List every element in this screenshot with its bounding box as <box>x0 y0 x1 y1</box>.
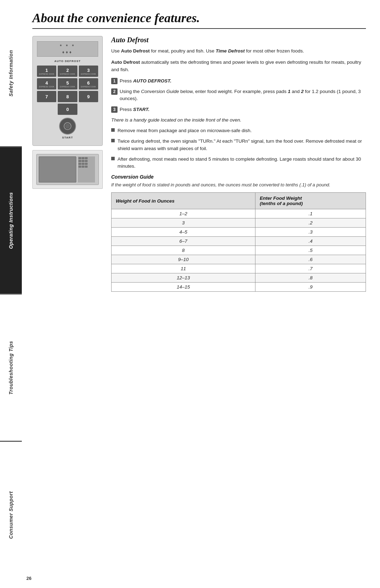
key-5[interactable]: 5 EXPRESS COOK <box>58 78 77 89</box>
sidebar-section-operating[interactable]: Operating Instructions <box>0 147 22 295</box>
cell-tenths: .4 <box>255 237 366 246</box>
bullet-1: Remove meat from package and place on mi… <box>111 127 366 134</box>
step-2-number: 2 <box>111 88 118 95</box>
page-number: 26 <box>26 576 31 581</box>
intro-paragraph-1: Use Auto Defrost for meat, poultry and f… <box>111 48 366 55</box>
step-3-number: 3 <box>111 106 118 113</box>
cell-ounces: 9–10 <box>112 255 255 264</box>
table-row: 12–13.8 <box>112 273 366 283</box>
sidebar-section-troubleshooting[interactable]: Troubleshooting Tips <box>0 295 22 442</box>
cell-tenths: .1 <box>255 209 366 218</box>
key-6[interactable]: 6 EXPRESS COOK <box>79 78 98 89</box>
table-row: 9–10.6 <box>112 255 366 264</box>
col-header-ounces: Weight of Food in Ounces <box>112 193 255 209</box>
keypad-row-1: 1 EXPRESS COOK 2 EXPRESS COOK 3 EXPRESS … <box>37 66 98 77</box>
key-9[interactable]: 9 <box>79 91 98 102</box>
step-2: 2 Using the Conversion Guide below, ente… <box>111 88 366 103</box>
keypad-stars: * * * <box>60 43 75 49</box>
italic-note: There is a handy guide located on the in… <box>111 117 366 124</box>
cell-tenths: .9 <box>255 283 366 292</box>
bullet-text-1: Remove meat from package and place on mi… <box>118 127 252 134</box>
main-content: About the convenience features. * * * ♦♦… <box>22 0 380 588</box>
bullet-square-2 <box>111 139 115 142</box>
content-row: * * * ♦♦♦ AUTO DEFROST 1 EXPRESS COOK 2 … <box>32 36 366 292</box>
left-panel: * * * ♦♦♦ AUTO DEFROST 1 EXPRESS COOK 2 … <box>32 36 103 189</box>
sidebar-section-safety[interactable]: Safety Information <box>0 0 22 147</box>
cell-ounces: 1–2 <box>112 209 255 218</box>
conversion-guide-note: If the weight of food is stated in pound… <box>111 182 366 188</box>
key-7[interactable]: 7 <box>37 91 56 102</box>
cell-ounces: 12–13 <box>112 273 255 283</box>
key-1[interactable]: 1 EXPRESS COOK <box>37 66 56 77</box>
bullet-square-1 <box>111 128 115 132</box>
cell-ounces: 11 <box>112 264 255 273</box>
table-row: 14–15.9 <box>112 283 366 292</box>
keypad-display: * * * ♦♦♦ <box>37 41 98 57</box>
microwave-panel <box>78 156 95 182</box>
cell-tenths: .3 <box>255 228 366 237</box>
step-3-text: Press START. <box>120 106 150 113</box>
keypad-auto-defrost-label: AUTO DEFROST <box>37 60 98 63</box>
microwave-illustration: Guide <box>32 150 103 189</box>
key-start-button[interactable] <box>59 118 76 135</box>
conversion-table: Weight of Food in Ounces Enter Food Weig… <box>111 192 366 292</box>
microwave-door <box>39 156 76 182</box>
keypad-icons: ♦♦♦ <box>62 50 73 55</box>
cell-ounces: 8 <box>112 246 255 255</box>
svg-point-1 <box>65 124 70 129</box>
col-header-tenths: Enter Food Weight(tenths of a pound) <box>255 193 366 209</box>
sidebar-label-consumer: Consumer Support <box>8 491 14 539</box>
bullet-2: Twice during defrost, the oven signals "… <box>111 138 366 152</box>
section-title: Auto Defrost <box>111 36 366 44</box>
key-2[interactable]: 2 EXPRESS COOK <box>58 66 77 77</box>
start-label: START <box>37 136 98 139</box>
keypad-row-3: 7 8 9 <box>37 91 98 102</box>
step-1-number: 1 <box>111 78 118 84</box>
keypad-container: * * * ♦♦♦ AUTO DEFROST 1 EXPRESS COOK 2 … <box>32 36 103 146</box>
cell-ounces: 14–15 <box>112 283 255 292</box>
cell-tenths: .2 <box>255 218 366 228</box>
conversion-guide-title: Conversion Guide <box>111 174 366 180</box>
keypad-row-zero: 0 <box>37 104 98 115</box>
cell-tenths: .7 <box>255 264 366 273</box>
sidebar-section-consumer[interactable]: Consumer Support <box>0 442 22 588</box>
bullet-text-3: After defrosting, most meats need to sta… <box>118 156 366 170</box>
table-row: 11.7 <box>112 264 366 273</box>
cell-ounces: 6–7 <box>112 237 255 246</box>
cell-tenths: .5 <box>255 246 366 255</box>
bullet-3: After defrosting, most meats need to sta… <box>111 156 366 170</box>
table-row: 6–7.4 <box>112 237 366 246</box>
table-row: 1–2.1 <box>112 209 366 218</box>
step-1: 1 Press AUTO DEFROST. <box>111 78 366 85</box>
bullet-square-3 <box>111 157 115 160</box>
page-title: About the convenience features. <box>32 11 366 25</box>
sidebar: Safety Information Operating Instruction… <box>0 0 22 588</box>
sidebar-label-operating: Operating Instructions <box>8 192 14 249</box>
start-icon <box>64 122 71 130</box>
step-1-text: Press AUTO DEFROST. <box>120 78 171 85</box>
right-panel: Auto Defrost Use Auto Defrost for meat, … <box>111 36 366 292</box>
step-3: 3 Press START. <box>111 106 366 113</box>
title-underline <box>32 28 366 29</box>
table-row: 3.2 <box>112 218 366 228</box>
key-4[interactable]: 4 EXPRESS COOK <box>37 78 56 89</box>
key-8[interactable]: 8 <box>58 91 77 102</box>
bullet-text-2: Twice during defrost, the oven signals "… <box>118 138 366 152</box>
cell-ounces: 4–5 <box>112 228 255 237</box>
keypad-row-2: 4 EXPRESS COOK 5 EXPRESS COOK 6 EXPRESS … <box>37 78 98 89</box>
step-2-text: Using the Conversion Guide below, enter … <box>120 88 366 103</box>
microwave-body <box>36 154 99 185</box>
key-3[interactable]: 3 EXPRESS COOK <box>79 66 98 77</box>
conversion-guide-section: Conversion Guide If the weight of food i… <box>111 174 366 292</box>
cell-ounces: 3 <box>112 218 255 228</box>
cell-tenths: .6 <box>255 255 366 264</box>
cell-tenths: .8 <box>255 273 366 283</box>
sidebar-label-troubleshooting: Troubleshooting Tips <box>8 341 14 395</box>
sidebar-label-safety: Safety Information <box>8 50 14 97</box>
intro-paragraph-2: Auto Defrost automatically sets the defr… <box>111 59 366 73</box>
table-row: 4–5.3 <box>112 228 366 237</box>
table-row: 8.5 <box>112 246 366 255</box>
key-0[interactable]: 0 <box>58 104 77 115</box>
